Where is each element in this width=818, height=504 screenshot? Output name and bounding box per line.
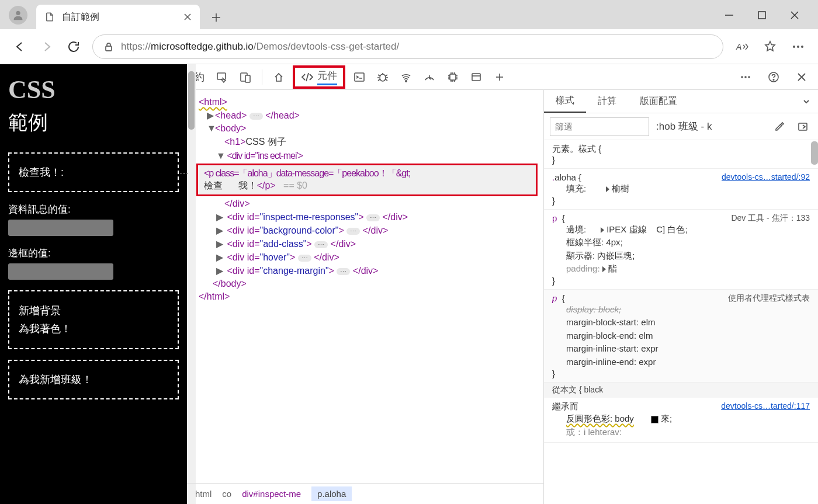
read-aloud-button[interactable]: A (734, 39, 750, 55)
svg-point-12 (797, 46, 799, 48)
elements-tab[interactable]: 元件 (293, 65, 345, 89)
page-h1: CSS (8, 75, 179, 105)
add-class-box[interactable]: 為我新增班級！ (8, 360, 179, 399)
data-message-label: 資料訊息的值: (8, 203, 179, 216)
console-icon[interactable] (350, 68, 369, 86)
tab-layout[interactable]: 版面配置 (628, 90, 689, 113)
page-content: CSS 範例 檢查我！: 資料訊息的值: 邊框的值: 新增背景 為我著色！ 為我… (0, 64, 187, 504)
close-tab-icon[interactable] (183, 13, 192, 21)
tab-styles[interactable]: 樣式 (544, 90, 586, 113)
url-box[interactable]: https://microsoftedge.github.io/Demos/de… (92, 34, 723, 59)
svg-rect-16 (245, 75, 250, 82)
svg-point-27 (748, 76, 750, 78)
styles-tabs: 樣式 計算 版面配置 (544, 90, 818, 113)
page-h2: 範例 (8, 109, 179, 136)
svg-rect-6 (758, 12, 765, 19)
svg-point-19 (405, 80, 407, 81)
node-actions-icon[interactable]: ⋯ (179, 168, 190, 179)
brush-icon[interactable] (770, 117, 789, 136)
svg-point-11 (793, 46, 795, 48)
svg-point-0 (16, 11, 20, 15)
window-controls (722, 8, 818, 29)
bug-icon[interactable] (373, 68, 392, 86)
svg-rect-14 (217, 73, 226, 79)
address-bar: https://microsoftedge.github.io/Demos/de… (0, 29, 818, 64)
maximize-button[interactable] (755, 8, 769, 22)
tab-computed[interactable]: 計算 (586, 90, 628, 113)
memory-icon[interactable] (443, 68, 462, 86)
browser-tab[interactable]: 自訂範例 (36, 5, 200, 29)
favorite-button[interactable] (762, 39, 778, 55)
devtools-toolbar: 約 元件 (187, 64, 818, 90)
svg-point-29 (773, 79, 774, 80)
breadcrumb-div[interactable]: div#inspect-me (242, 489, 301, 499)
selected-dom-node[interactable]: ⋯ <p class=「aloha」data-message=「peekaboo… (196, 164, 538, 196)
svg-point-26 (744, 76, 747, 78)
border-input[interactable] (8, 263, 113, 280)
background-box[interactable]: 新增背景 為我著色！ (8, 290, 179, 349)
minimize-button[interactable] (722, 8, 736, 22)
settings-more-icon[interactable] (736, 68, 755, 86)
code-icon (301, 71, 314, 84)
dom-breadcrumb: html co div#inspect-me p.aloha (187, 483, 543, 504)
svg-rect-21 (472, 74, 480, 81)
device-icon[interactable] (236, 68, 255, 86)
forward-button[interactable] (39, 39, 55, 55)
styles-filter-input[interactable] (550, 117, 649, 136)
close-window-button[interactable] (788, 8, 802, 22)
source-link[interactable]: devtools-cs…started/:92 (722, 172, 810, 182)
inspect-icon[interactable] (213, 68, 231, 86)
tab-title: 自訂範例 (62, 11, 176, 23)
styles-rules[interactable]: 元素。樣式 { } devtools-cs…started/:92 .aloha… (544, 140, 818, 504)
inspect-me-box[interactable]: 檢查我！: (8, 152, 179, 192)
devtools: 約 元件 <html> (187, 64, 818, 504)
svg-text:A: A (736, 42, 741, 51)
reload-button[interactable] (65, 39, 82, 55)
performance-icon[interactable] (420, 68, 439, 86)
window-titlebar: 自訂範例 (0, 0, 818, 29)
dom-tree[interactable]: <html> ▶<head> ⋯ </head> ▼<body> <h1>CSS… (187, 90, 543, 504)
page-icon (44, 12, 55, 22)
chevron-down-icon[interactable] (802, 97, 818, 106)
svg-rect-9 (106, 46, 112, 51)
lock-icon (103, 41, 114, 52)
svg-point-25 (741, 76, 743, 78)
application-icon[interactable] (467, 68, 486, 86)
main-area: CSS 範例 檢查我！: 資料訊息的值: 邊框的值: 新增背景 為我著色！ 為我… (0, 64, 818, 504)
data-message-input[interactable] (8, 220, 113, 236)
new-tab-button[interactable] (204, 6, 228, 29)
svg-point-18 (380, 74, 386, 81)
svg-rect-20 (450, 74, 456, 80)
help-icon[interactable] (764, 68, 783, 86)
hob-text[interactable]: :hob 班級 - k (656, 120, 765, 133)
add-panel-icon[interactable] (490, 68, 509, 86)
source-link[interactable]: devtools-cs…tarted/:117 (721, 401, 810, 411)
svg-point-13 (801, 46, 803, 48)
svg-rect-17 (355, 73, 364, 81)
breadcrumb-body[interactable]: co (222, 489, 231, 499)
more-button[interactable] (790, 39, 806, 55)
network-icon[interactable] (397, 68, 415, 86)
styles-panel: 樣式 計算 版面配置 :hob 班級 - k 元素。樣式 { } (543, 90, 818, 504)
border-label: 邊框的值: (8, 246, 179, 260)
breadcrumb-p[interactable]: p.aloha (311, 486, 352, 501)
close-devtools-icon[interactable] (792, 68, 811, 86)
profile-avatar[interactable] (9, 6, 27, 25)
panel-toggle-icon[interactable] (793, 117, 812, 136)
styles-toolbar: :hob 班級 - k (544, 113, 818, 140)
url-text: https://microsoftedge.github.io/Demos/de… (121, 41, 399, 53)
back-button[interactable] (12, 39, 28, 55)
breadcrumb-html[interactable]: html (195, 489, 212, 499)
welcome-icon[interactable] (269, 68, 288, 86)
